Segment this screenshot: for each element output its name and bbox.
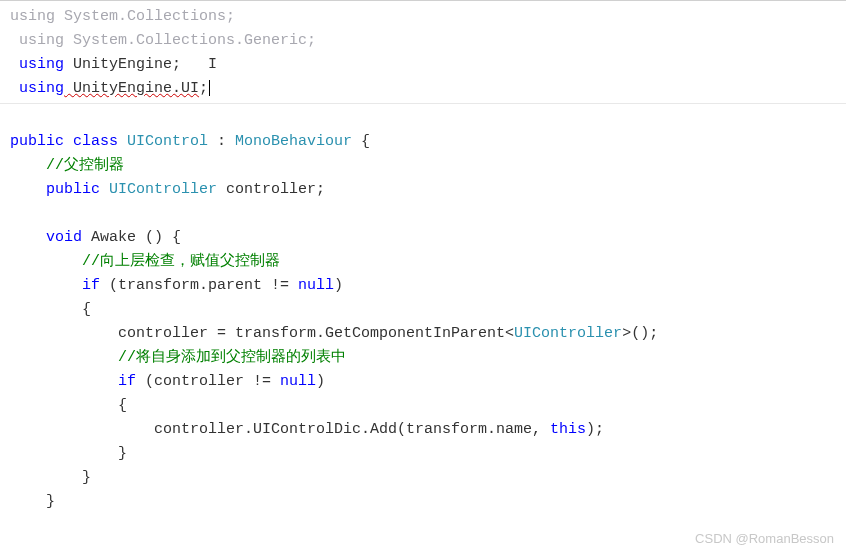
code-line xyxy=(0,106,846,130)
code-line: { xyxy=(0,298,846,322)
statement: controller = transform.GetComponentInPar… xyxy=(10,325,514,342)
method-name: Awake xyxy=(82,229,136,246)
keyword-public: public xyxy=(10,181,100,198)
close-paren: ) xyxy=(316,373,325,390)
code-line: //父控制器 xyxy=(0,154,846,178)
comment: //将自身添加到父控制器的列表中 xyxy=(10,349,346,366)
comment: //父控制器 xyxy=(10,157,124,174)
brace: } xyxy=(10,445,127,462)
code-line: controller = transform.GetComponentInPar… xyxy=(0,322,846,346)
code-line: } xyxy=(0,490,846,514)
base-class: MonoBehaviour xyxy=(235,133,352,150)
code-line: using System.Collections.Generic; xyxy=(0,29,846,53)
keyword-public: public xyxy=(10,133,64,150)
condition: (transform.parent != xyxy=(100,277,298,294)
text-cursor-icon: I xyxy=(208,53,217,77)
code-line: using UnityEngine; I xyxy=(0,53,846,77)
keyword-void: void xyxy=(10,229,82,246)
keyword-using: using xyxy=(10,80,64,97)
keyword-class: class xyxy=(64,133,118,150)
keyword-if: if xyxy=(10,373,136,390)
keyword-using: using xyxy=(10,32,64,49)
condition: (controller != xyxy=(136,373,280,390)
code-line: using UnityEngine.UI; xyxy=(0,77,846,101)
generic-type: UIController xyxy=(514,325,622,342)
code-line: //向上层检查，赋值父控制器 xyxy=(0,250,846,274)
field-type: UIController xyxy=(100,181,217,198)
watermark-label: CSDN @RomanBesson xyxy=(695,531,834,546)
code-line: if (transform.parent != null) xyxy=(0,274,846,298)
keyword-using: using xyxy=(10,56,64,73)
keyword-if: if xyxy=(10,277,100,294)
code-line: public class UIControl : MonoBehaviour { xyxy=(0,130,846,154)
keyword-this: this xyxy=(550,421,586,438)
class-name: UIControl xyxy=(118,133,208,150)
namespace: UnityEngine; xyxy=(64,56,181,73)
brace: } xyxy=(10,469,91,486)
caret-icon xyxy=(209,80,210,96)
section-divider xyxy=(0,103,846,104)
code-line: } xyxy=(0,442,846,466)
brace: { xyxy=(352,133,370,150)
close-paren: ) xyxy=(334,277,343,294)
keyword-null: null xyxy=(280,373,316,390)
parens: () { xyxy=(136,229,181,246)
code-line: void Awake () { xyxy=(0,226,846,250)
code-line: using System.Collections; xyxy=(0,5,846,29)
brace: } xyxy=(10,493,55,510)
namespace: System.Collections.Generic; xyxy=(64,32,316,49)
code-line: } xyxy=(0,466,846,490)
code-line: controller.UIControlDic.Add(transform.na… xyxy=(0,418,846,442)
code-line: public UIController controller; xyxy=(0,178,846,202)
brace: { xyxy=(10,397,127,414)
code-line xyxy=(0,202,846,226)
statement: controller.UIControlDic.Add(transform.na… xyxy=(10,421,550,438)
namespace: UnityEngine.UI xyxy=(64,80,199,97)
keyword-using: using xyxy=(10,8,55,25)
keyword-null: null xyxy=(298,277,334,294)
colon: : xyxy=(208,133,235,150)
brace: { xyxy=(10,301,91,318)
code-line: { xyxy=(0,394,846,418)
namespace: System.Collections; xyxy=(55,8,235,25)
semicolon: ; xyxy=(199,80,208,97)
code-line: //将自身添加到父控制器的列表中 xyxy=(0,346,846,370)
code-editor[interactable]: using System.Collections; using System.C… xyxy=(0,1,846,518)
statement-end: >(); xyxy=(622,325,658,342)
code-line: if (controller != null) xyxy=(0,370,846,394)
field-name: controller; xyxy=(217,181,325,198)
statement-end: ); xyxy=(586,421,604,438)
comment: //向上层检查，赋值父控制器 xyxy=(10,253,280,270)
